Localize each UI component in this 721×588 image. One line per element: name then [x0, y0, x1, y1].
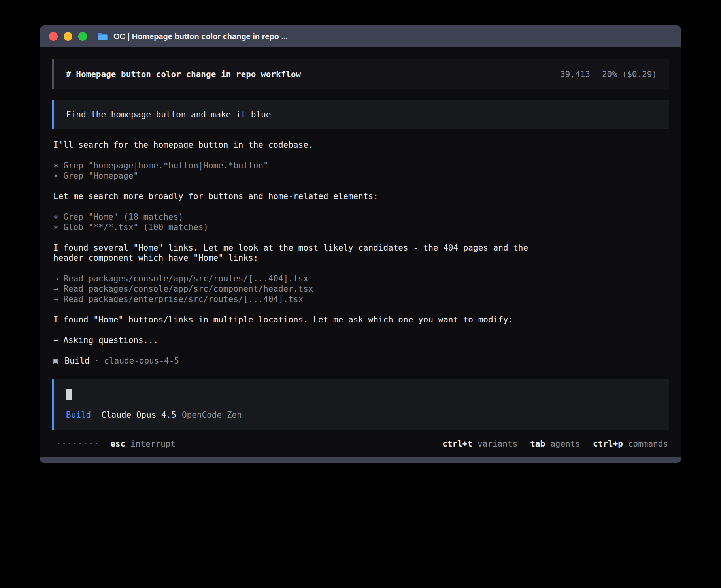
tool-call-group: → Read packages/console/app/src/routes/[…: [53, 273, 669, 304]
agents-label: agents: [550, 439, 580, 449]
input-model-line: Build Claude Opus 4.5 OpenCode Zen: [66, 410, 657, 420]
title-group: OC | Homepage button color change in rep…: [97, 32, 288, 41]
traffic-lights: [49, 32, 87, 41]
tool-call-group: ∗ Grep "homepage|home.*button|Home.*butt…: [53, 160, 669, 181]
terminal-content: # Homepage button color change in repo w…: [40, 47, 681, 457]
shortcut-commands: ctrl+p commands: [593, 439, 668, 449]
shortcut-agents: tab agents: [530, 439, 580, 449]
ctrl-t-key-hint: ctrl+t: [442, 439, 472, 449]
session-header: # Homepage button color change in repo w…: [52, 59, 669, 89]
assistant-paragraph: I found several "Home" links. Let me loo…: [53, 243, 669, 263]
tool-call-group: ∗ Grep "Home" (18 matches) ∗ Glob "**/*.…: [53, 212, 669, 232]
user-message: Find the homepage button and make it blu…: [52, 100, 669, 129]
tool-call-glob: ∗ Glob "**/*.tsx" (100 matches): [53, 222, 669, 232]
folder-icon: [97, 32, 108, 41]
window-title: OC | Homepage button color change in rep…: [113, 32, 288, 41]
session-title: # Homepage button color change in repo w…: [66, 69, 301, 79]
assistant-paragraph: Let me search more broadly for buttons a…: [53, 191, 669, 202]
agent-name: Build: [64, 356, 89, 366]
assistant-status-text: ~ Asking questions...: [53, 335, 669, 345]
minimize-button[interactable]: [64, 32, 72, 41]
assistant-transcript: I'll search for the homepage button in t…: [52, 140, 669, 366]
status-left: ········ esc interrupt: [53, 439, 176, 449]
tool-call-grep: ∗ Grep "Homepage": [53, 171, 669, 181]
spinner-dots-icon: ········: [56, 439, 99, 449]
provider-label: OpenCode Zen: [182, 410, 242, 420]
esc-key-hint: esc: [110, 439, 125, 449]
session-stats: 39,413 20% ($0.29): [560, 69, 657, 79]
titlebar: OC | Homepage button color change in rep…: [40, 25, 681, 47]
tab-key-hint: tab: [530, 439, 545, 449]
context-usage: 20% ($0.29): [602, 69, 657, 79]
agent-mode-label[interactable]: Build: [66, 410, 91, 420]
tool-call-read: → Read packages/console/app/src/routes/[…: [53, 273, 669, 284]
assistant-paragraph: I'll search for the homepage button in t…: [53, 140, 669, 150]
commands-label: commands: [628, 439, 668, 449]
agent-separator: ·: [94, 356, 100, 366]
shortcut-variants: ctrl+t variants: [442, 439, 517, 449]
agent-status-line: ▣ Build · claude-opus-4-5: [53, 356, 669, 366]
assistant-paragraph: I found "Home" buttons/links in multiple…: [53, 315, 669, 325]
user-message-text: Find the homepage button and make it blu…: [66, 110, 271, 119]
tool-call-grep: ∗ Grep "Home" (18 matches): [53, 212, 669, 222]
variants-label: variants: [478, 439, 517, 449]
status-right: ctrl+t variants tab agents ctrl+p comman…: [442, 439, 668, 449]
tool-call-read: → Read packages/enterprise/src/routes/[.…: [53, 294, 669, 304]
terminal-window: OC | Homepage button color change in rep…: [40, 25, 681, 463]
text-cursor: [66, 389, 72, 400]
ctrl-p-key-hint: ctrl+p: [593, 439, 623, 449]
token-count: 39,413: [560, 69, 590, 79]
model-name-label[interactable]: Claude Opus 4.5: [101, 410, 176, 420]
status-bar: ········ esc interrupt ctrl+t variants t…: [52, 439, 669, 449]
message-input[interactable]: Build Claude Opus 4.5 OpenCode Zen: [52, 379, 669, 430]
interrupt-label: interrupt: [130, 439, 176, 449]
tool-call-grep: ∗ Grep "homepage|home.*button|Home.*butt…: [53, 160, 669, 171]
zoom-button[interactable]: [78, 32, 87, 41]
agent-status-icon: ▣: [53, 356, 58, 366]
tool-call-read: → Read packages/console/app/src/componen…: [53, 284, 669, 294]
close-button[interactable]: [49, 32, 58, 41]
agent-model: claude-opus-4-5: [104, 356, 179, 366]
